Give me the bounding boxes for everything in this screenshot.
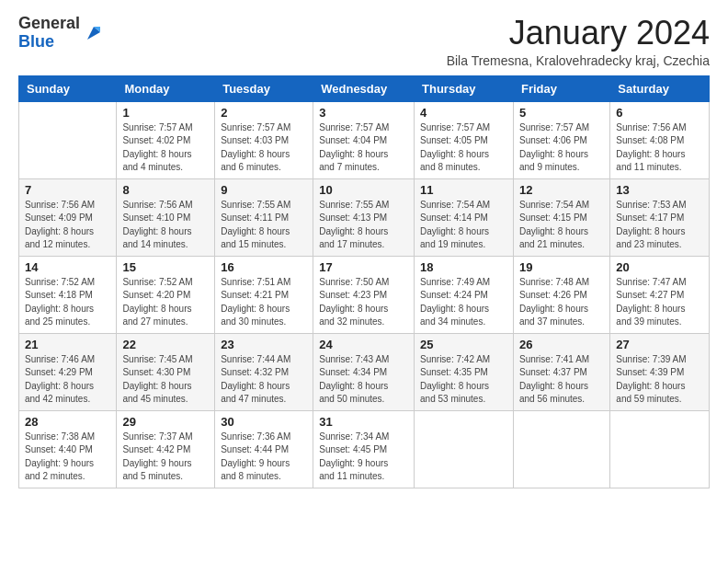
day-info: Sunrise: 7:36 AM Sunset: 4:44 PM Dayligh…: [221, 431, 307, 484]
day-info: Sunrise: 7:54 AM Sunset: 4:15 PM Dayligh…: [519, 199, 604, 252]
calendar-cell: [513, 410, 609, 488]
calendar-cell: 11Sunrise: 7:54 AM Sunset: 4:14 PM Dayli…: [415, 178, 514, 256]
day-info: Sunrise: 7:57 AM Sunset: 4:02 PM Dayligh…: [122, 121, 209, 175]
calendar-cell: 8Sunrise: 7:56 AM Sunset: 4:10 PM Daylig…: [117, 178, 215, 256]
calendar-cell: 23Sunrise: 7:44 AM Sunset: 4:32 PM Dayli…: [215, 333, 313, 410]
day-info: Sunrise: 7:42 AM Sunset: 4:35 PM Dayligh…: [420, 353, 507, 407]
calendar-cell: 3Sunrise: 7:57 AM Sunset: 4:04 PM Daylig…: [313, 101, 415, 178]
day-number: 15: [122, 260, 209, 274]
calendar-cell: 14Sunrise: 7:52 AM Sunset: 4:18 PM Dayli…: [19, 256, 117, 333]
weekday-header-tuesday: Tuesday: [215, 75, 313, 101]
day-info: Sunrise: 7:52 AM Sunset: 4:18 PM Dayligh…: [25, 276, 110, 329]
day-number: 30: [221, 415, 307, 429]
calendar-cell: 22Sunrise: 7:45 AM Sunset: 4:30 PM Dayli…: [117, 333, 215, 410]
day-number: 12: [519, 183, 604, 197]
day-number: 5: [519, 106, 604, 120]
location-subtitle: Bila Tremesna, Kralovehradecky kraj, Cze…: [447, 53, 710, 68]
calendar-table: SundayMondayTuesdayWednesdayThursdayFrid…: [18, 75, 710, 488]
day-info: Sunrise: 7:44 AM Sunset: 4:32 PM Dayligh…: [221, 353, 307, 407]
calendar-cell: 25Sunrise: 7:42 AM Sunset: 4:35 PM Dayli…: [415, 333, 514, 410]
day-number: 1: [122, 106, 209, 120]
day-number: 17: [319, 260, 408, 274]
day-number: 21: [25, 338, 110, 351]
calendar-cell: 21Sunrise: 7:46 AM Sunset: 4:29 PM Dayli…: [19, 333, 117, 410]
day-info: Sunrise: 7:57 AM Sunset: 4:04 PM Dayligh…: [319, 121, 408, 175]
day-number: 23: [221, 338, 307, 351]
day-number: 6: [616, 106, 703, 120]
calendar-cell: 16Sunrise: 7:51 AM Sunset: 4:21 PM Dayli…: [215, 256, 313, 333]
calendar-week-5: 28Sunrise: 7:38 AM Sunset: 4:40 PM Dayli…: [19, 410, 710, 488]
logo-blue-text: Blue: [18, 32, 54, 51]
day-info: Sunrise: 7:54 AM Sunset: 4:14 PM Dayligh…: [420, 199, 507, 252]
calendar-cell: 30Sunrise: 7:36 AM Sunset: 4:44 PM Dayli…: [215, 410, 313, 488]
day-number: 29: [122, 415, 209, 429]
day-number: 4: [420, 106, 507, 120]
calendar-cell: [610, 410, 710, 488]
calendar-week-2: 7Sunrise: 7:56 AM Sunset: 4:09 PM Daylig…: [19, 178, 710, 256]
day-info: Sunrise: 7:34 AM Sunset: 4:45 PM Dayligh…: [319, 431, 408, 484]
day-info: Sunrise: 7:56 AM Sunset: 4:08 PM Dayligh…: [616, 121, 703, 175]
day-info: Sunrise: 7:57 AM Sunset: 4:05 PM Dayligh…: [420, 121, 507, 175]
calendar-cell: [19, 101, 117, 178]
day-info: Sunrise: 7:39 AM Sunset: 4:39 PM Dayligh…: [616, 353, 703, 407]
day-number: 11: [420, 183, 507, 197]
calendar-week-3: 14Sunrise: 7:52 AM Sunset: 4:18 PM Dayli…: [19, 256, 710, 333]
calendar-cell: 6Sunrise: 7:56 AM Sunset: 4:08 PM Daylig…: [610, 101, 710, 178]
day-number: 7: [25, 183, 110, 197]
header-row: SundayMondayTuesdayWednesdayThursdayFrid…: [19, 75, 710, 101]
day-number: 28: [25, 415, 110, 429]
day-number: 24: [319, 338, 408, 351]
weekday-header-saturday: Saturday: [610, 75, 710, 101]
day-number: 27: [616, 338, 703, 351]
weekday-header-monday: Monday: [117, 75, 215, 101]
day-number: 14: [25, 260, 110, 274]
day-number: 9: [221, 183, 307, 197]
weekday-header-thursday: Thursday: [415, 75, 514, 101]
calendar-cell: 27Sunrise: 7:39 AM Sunset: 4:39 PM Dayli…: [610, 333, 710, 410]
day-number: 26: [519, 338, 604, 351]
calendar-cell: 5Sunrise: 7:57 AM Sunset: 4:06 PM Daylig…: [513, 101, 609, 178]
calendar-cell: 18Sunrise: 7:49 AM Sunset: 4:24 PM Dayli…: [415, 256, 514, 333]
calendar-cell: 19Sunrise: 7:48 AM Sunset: 4:26 PM Dayli…: [513, 256, 609, 333]
day-info: Sunrise: 7:52 AM Sunset: 4:20 PM Dayligh…: [122, 276, 209, 329]
calendar-cell: 20Sunrise: 7:47 AM Sunset: 4:27 PM Dayli…: [610, 256, 710, 333]
calendar-cell: 2Sunrise: 7:57 AM Sunset: 4:03 PM Daylig…: [215, 101, 313, 178]
weekday-header-sunday: Sunday: [19, 75, 117, 101]
day-info: Sunrise: 7:56 AM Sunset: 4:10 PM Dayligh…: [122, 199, 209, 252]
day-number: 25: [420, 338, 507, 351]
logo-icon: [84, 23, 104, 43]
day-info: Sunrise: 7:49 AM Sunset: 4:24 PM Dayligh…: [420, 276, 507, 329]
calendar-cell: 13Sunrise: 7:53 AM Sunset: 4:17 PM Dayli…: [610, 178, 710, 256]
calendar-week-4: 21Sunrise: 7:46 AM Sunset: 4:29 PM Dayli…: [19, 333, 710, 410]
header: General Blue January 2024 Bila Tremesna,…: [18, 15, 710, 68]
weekday-header-friday: Friday: [513, 75, 609, 101]
calendar-cell: 4Sunrise: 7:57 AM Sunset: 4:05 PM Daylig…: [415, 101, 514, 178]
day-number: 10: [319, 183, 408, 197]
day-info: Sunrise: 7:45 AM Sunset: 4:30 PM Dayligh…: [122, 353, 209, 407]
day-info: Sunrise: 7:41 AM Sunset: 4:37 PM Dayligh…: [519, 353, 604, 407]
calendar-cell: 7Sunrise: 7:56 AM Sunset: 4:09 PM Daylig…: [19, 178, 117, 256]
day-info: Sunrise: 7:57 AM Sunset: 4:03 PM Dayligh…: [221, 121, 307, 175]
calendar-cell: 12Sunrise: 7:54 AM Sunset: 4:15 PM Dayli…: [513, 178, 609, 256]
day-number: 2: [221, 106, 307, 120]
calendar-cell: 10Sunrise: 7:55 AM Sunset: 4:13 PM Dayli…: [313, 178, 415, 256]
day-number: 18: [420, 260, 507, 274]
calendar-week-1: 1Sunrise: 7:57 AM Sunset: 4:02 PM Daylig…: [19, 101, 710, 178]
day-info: Sunrise: 7:55 AM Sunset: 4:13 PM Dayligh…: [319, 199, 408, 252]
day-number: 19: [519, 260, 604, 274]
logo-general-text: General: [18, 14, 80, 32]
calendar-cell: [415, 410, 514, 488]
calendar-cell: 17Sunrise: 7:50 AM Sunset: 4:23 PM Dayli…: [313, 256, 415, 333]
day-info: Sunrise: 7:46 AM Sunset: 4:29 PM Dayligh…: [25, 353, 110, 407]
calendar-cell: 31Sunrise: 7:34 AM Sunset: 4:45 PM Dayli…: [313, 410, 415, 488]
calendar-cell: 1Sunrise: 7:57 AM Sunset: 4:02 PM Daylig…: [117, 101, 215, 178]
day-info: Sunrise: 7:53 AM Sunset: 4:17 PM Dayligh…: [616, 199, 703, 252]
day-number: 20: [616, 260, 703, 274]
month-title: January 2024: [447, 15, 710, 52]
day-info: Sunrise: 7:43 AM Sunset: 4:34 PM Dayligh…: [319, 353, 408, 407]
day-number: 13: [616, 183, 703, 197]
day-info: Sunrise: 7:55 AM Sunset: 4:11 PM Dayligh…: [221, 199, 307, 252]
calendar-cell: 24Sunrise: 7:43 AM Sunset: 4:34 PM Dayli…: [313, 333, 415, 410]
day-info: Sunrise: 7:56 AM Sunset: 4:09 PM Dayligh…: [25, 199, 110, 252]
day-number: 31: [319, 415, 408, 429]
